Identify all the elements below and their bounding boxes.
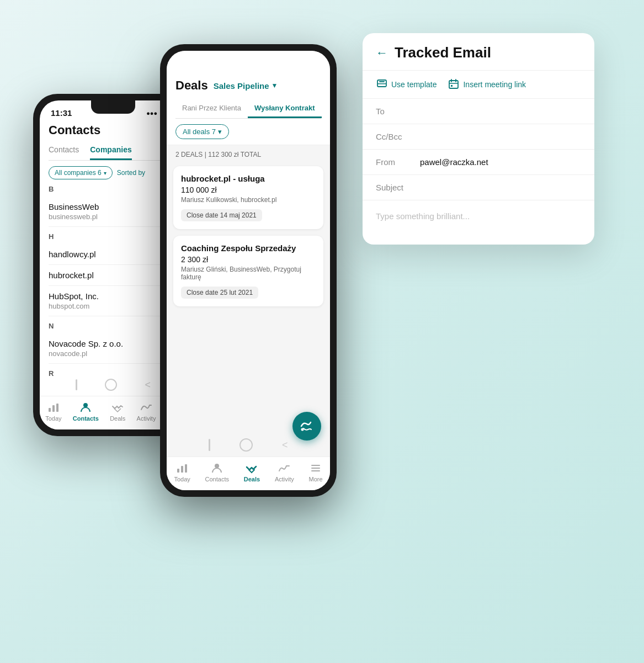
svg-rect-22 [451,85,453,87]
nav-deals[interactable]: Deals [244,462,260,482]
sorted-by-label[interactable]: Sorted by [117,166,145,179]
svg-rect-12 [311,465,320,466]
phone2-screen: Deals Sales Pipeline ▼ Rani Przez Klient… [167,51,330,490]
phone1-tabs: Contacts Companies [49,145,178,161]
chevron-down-icon: ▾ [218,128,222,136]
phone1-notch [91,100,135,114]
nav-contacts-label: Contacts [205,476,229,482]
svg-rect-9 [181,466,183,473]
filter-label: All deals 7 [183,128,216,136]
company-name: BusinessWeb [49,202,178,211]
nav-deals-label: Deals [110,415,125,422]
close-date-badge: Close date 14 maj 2021 [181,209,262,221]
svg-rect-0 [49,408,51,412]
recent-apps-icon[interactable] [76,379,77,390]
nav-activity-label: Activity [275,476,294,482]
nav-today-label: Today [45,415,61,422]
list-item[interactable]: handlowcy.pl [49,244,178,265]
phone2-header-area: Deals Sales Pipeline ▼ Rani Przez Klient… [167,51,330,119]
chevron-down-icon: ▼ [272,82,278,89]
email-body[interactable]: Type something brilliant... [363,200,594,245]
deals-tabs: Rani Przez Klienta Wysłany Kontrakt [175,99,321,119]
close-date-badge: Close date 25 lut 2021 [181,287,258,299]
handshake-icon [111,401,124,414]
deal-card[interactable]: Coaching Zespołu Sprzedaży 2 300 zł Mari… [173,236,323,306]
email-card-title: Tracked Email [395,44,491,61]
list-item[interactable]: hubrocket.pl [49,265,178,286]
svg-rect-17 [379,81,385,82]
nav-deals[interactable]: Deals [110,401,125,422]
company-name: HubSpot, Inc. [49,291,178,301]
section-h-header: H [49,232,178,241]
company-url: businessweb.pl [49,213,178,221]
nav-activity[interactable]: Activity [137,401,156,422]
pipeline-label: Sales Pipeline [214,81,269,91]
nav-more[interactable]: More [309,462,323,482]
back-icon[interactable]: < [282,439,288,451]
insert-meeting-link-button[interactable]: Insert meeting link [448,78,526,91]
list-item[interactable]: HubSpot, Inc. hubspot.com [49,286,178,316]
nav-today[interactable]: Today [45,401,61,422]
svg-rect-16 [377,83,386,84]
tab-rani-przez-klienta[interactable]: Rani Przez Klienta [175,99,248,118]
deals-header: Deals Sales Pipeline ▼ [175,78,321,93]
svg-rect-13 [311,468,320,469]
deal-name: hubrocket.pl - usługa [181,174,316,183]
nav-contacts[interactable]: Contacts [73,401,99,422]
activity-icon [278,462,291,475]
section-b-header: B [49,185,178,193]
home-icon[interactable] [105,379,117,391]
deal-contact: Mariusz Kulikowski, hubrocket.pl [181,196,316,204]
to-input[interactable] [420,107,581,116]
phone1-time: 11:31 [51,108,72,118]
email-body-placeholder: Type something brilliant... [376,211,470,221]
pipeline-selector[interactable]: Sales Pipeline ▼ [214,81,278,91]
company-name: handlowcy.pl [49,250,178,259]
tab-wyslany-kontrakt[interactable]: Wysłany Kontrakt [248,99,322,118]
list-item[interactable]: BusinessWeb businessweb.pl [49,197,178,227]
section-n-header: N [49,322,178,330]
back-button[interactable]: ← [376,46,388,60]
email-card: ← Tracked Email Use template [363,33,594,245]
email-subject-field: Subject [363,175,594,200]
nav-activity-label: Activity [137,415,156,422]
svg-rect-14 [311,470,320,471]
deal-name: Coaching Zespołu Sprzedaży [181,243,316,253]
subject-label: Subject [376,183,420,192]
ccbcc-label: Cc/Bcc [376,132,420,141]
home-icon[interactable] [239,438,253,452]
nav-deals-label: Deals [244,476,260,482]
use-template-button[interactable]: Use template [376,78,437,91]
company-name: hubrocket.pl [49,270,178,280]
phone1-page-title: Contacts [49,123,178,137]
email-card-header: ← Tracked Email [363,33,594,71]
nav-activity[interactable]: Activity [275,462,294,482]
svg-point-3 [83,403,88,407]
calendar-icon [448,78,460,91]
deals-list: hubrocket.pl - usługa 110 000 zł Mariusz… [167,166,330,306]
deal-value: 2 300 zł [181,255,316,264]
back-icon[interactable]: < [145,379,151,391]
svg-rect-1 [52,405,55,412]
person-icon [79,401,92,414]
nav-contacts[interactable]: Contacts [205,462,229,482]
bar-chart-icon [175,462,189,475]
subject-input[interactable] [420,183,581,192]
phone1-filters: All companies 6 ▾ Sorted by [49,166,178,179]
all-deals-filter[interactable]: All deals 7 ▾ [175,124,229,139]
ccbcc-input[interactable] [420,132,581,141]
tab-companies[interactable]: Companies [90,145,131,160]
tab-contacts[interactable]: Contacts [49,145,79,160]
recent-apps-icon[interactable] [209,439,210,451]
deals-summary: 2 DEALS | 112 300 zł TOTAL [167,145,330,164]
email-from-field: From pawel@raczka.net [363,150,594,175]
nav-today[interactable]: Today [174,462,190,482]
email-to-field: To [363,99,594,124]
svg-rect-8 [177,469,179,473]
email-toolbar: Use template Insert meeting link [363,71,594,99]
fab-button[interactable] [292,412,321,441]
list-item[interactable]: Novacode Sp. z o.o. novacode.pl [49,333,178,364]
deal-card[interactable]: hubrocket.pl - usługa 110 000 zł Mariusz… [173,166,323,229]
all-companies-filter[interactable]: All companies 6 ▾ [49,166,113,179]
from-value: pawel@raczka.net [420,157,488,167]
